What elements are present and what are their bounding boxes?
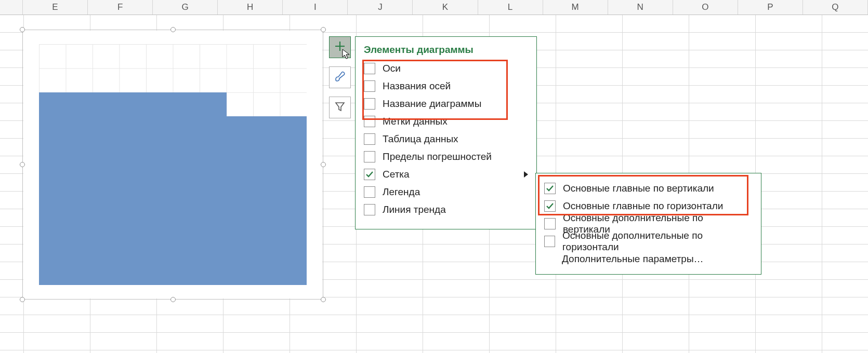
gridlines-submenu-item-label: Основные главные по вертикали: [563, 183, 714, 194]
chart-element-item-label: Сетка: [383, 169, 410, 180]
gridlines-submenu-panel: Основные главные по вертикалиОсновные гл…: [535, 173, 761, 275]
checkbox[interactable]: [544, 183, 556, 194]
chart-element-item[interactable]: Легенда: [364, 183, 527, 201]
checkbox[interactable]: [364, 186, 375, 198]
gridlines-submenu-item[interactable]: Основные дополнительные по горизонтали: [544, 233, 753, 250]
chart-bar[interactable]: [120, 92, 147, 285]
checkbox[interactable]: [544, 200, 556, 212]
checkbox[interactable]: [364, 98, 375, 110]
chart-bar[interactable]: [93, 92, 120, 285]
chart-element-item[interactable]: Таблица данных: [364, 130, 527, 148]
checkbox[interactable]: [544, 236, 555, 247]
chart-element-item-label: Линия тренда: [383, 204, 446, 215]
column-header-E[interactable]: E: [23, 0, 88, 15]
column-header-N[interactable]: N: [608, 0, 673, 15]
gridlines-submenu-item-label: Основные дополнительные по горизонтали: [562, 230, 753, 253]
chart-bar[interactable]: [280, 116, 307, 285]
chart-bar[interactable]: [66, 92, 93, 285]
checkbox[interactable]: [364, 169, 375, 180]
column-header-Q[interactable]: Q: [803, 0, 868, 15]
gridlines-submenu-item-label: Основные главные по горизонтали: [563, 200, 723, 212]
column-header-H[interactable]: H: [218, 0, 283, 15]
chart-bar[interactable]: [227, 116, 254, 285]
chart-element-item[interactable]: Линия тренда: [364, 201, 527, 219]
chart-bar[interactable]: [146, 92, 173, 285]
chart-element-item[interactable]: Название диаграммы: [364, 95, 527, 113]
plus-icon: [334, 40, 346, 54]
chart-element-item-label: Названия осей: [383, 80, 451, 92]
chart-object[interactable]: [23, 31, 322, 298]
checkbox[interactable]: [364, 80, 375, 92]
gridlines-submenu-item-label: Дополнительные параметры…: [562, 253, 704, 265]
chart-styles-button[interactable]: [329, 66, 351, 88]
chart-element-item-label: Название диаграммы: [383, 98, 481, 110]
gridlines-submenu-item[interactable]: Основные главные по вертикали: [544, 180, 753, 197]
column-header-J[interactable]: J: [348, 0, 413, 15]
column-header-M[interactable]: M: [543, 0, 608, 15]
column-header-I[interactable]: I: [283, 0, 348, 15]
submenu-arrow-icon[interactable]: [523, 170, 529, 181]
checkbox[interactable]: [364, 133, 375, 145]
brush-icon: [334, 70, 346, 85]
column-header-O[interactable]: O: [673, 0, 738, 15]
column-header-G[interactable]: G: [153, 0, 218, 15]
chart-plot-area[interactable]: [39, 44, 307, 285]
gridlines-submenu-item[interactable]: Дополнительные параметры…: [544, 250, 753, 268]
chart-element-item[interactable]: Метки данных: [364, 113, 527, 130]
chart-element-item-label: Легенда: [383, 186, 420, 198]
chart-elements-panel: Элементы диаграммы ОсиНазвания осейНазва…: [355, 36, 537, 229]
chart-bar[interactable]: [173, 92, 200, 285]
funnel-icon: [334, 101, 346, 114]
column-header-P[interactable]: P: [738, 0, 803, 15]
column-header-K[interactable]: K: [413, 0, 478, 15]
chart-element-item-label: Таблица данных: [383, 133, 458, 145]
chart-bar[interactable]: [200, 92, 227, 285]
chart-element-item-label: Пределы погрешностей: [383, 151, 492, 162]
checkbox[interactable]: [544, 218, 556, 229]
chart-elements-panel-title: Элементы диаграммы: [364, 44, 527, 56]
column-header-row: E F G H I J K L M N O P Q: [0, 0, 868, 15]
chart-element-item[interactable]: Названия осей: [364, 77, 527, 95]
chart-element-item-label: Оси: [383, 63, 401, 74]
chart-element-item[interactable]: Пределы погрешностей: [364, 148, 527, 166]
chart-element-item[interactable]: Сетка: [364, 166, 527, 183]
chart-filter-button[interactable]: [329, 97, 351, 118]
chart-element-item[interactable]: Оси: [364, 60, 527, 77]
checkbox[interactable]: [364, 151, 375, 162]
chart-element-item-label: Метки данных: [383, 116, 448, 127]
checkbox[interactable]: [364, 63, 375, 74]
chart-bar[interactable]: [253, 116, 280, 285]
chart-elements-button[interactable]: [329, 36, 351, 58]
column-header-F[interactable]: F: [88, 0, 153, 15]
column-header-L[interactable]: L: [478, 0, 543, 15]
checkbox[interactable]: [364, 204, 375, 215]
column-header-blank[interactable]: [0, 0, 23, 15]
checkbox[interactable]: [364, 116, 375, 127]
chart-bar[interactable]: [39, 92, 66, 285]
